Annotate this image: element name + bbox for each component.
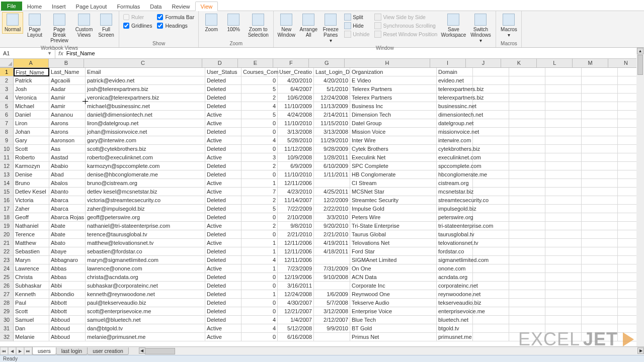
cell-J20[interactable] bbox=[473, 230, 509, 239]
cell-J31[interactable] bbox=[473, 324, 509, 333]
cell-L22[interactable] bbox=[545, 247, 582, 256]
cell-H15[interactable]: MCSNet Star bbox=[350, 188, 437, 196]
cell-I27[interactable]: reynwoodone.net bbox=[437, 290, 473, 299]
row-header-7[interactable]: 7 bbox=[0, 119, 14, 128]
cell-L29[interactable] bbox=[545, 307, 582, 316]
cell-F32[interactable]: 6/16/2008 bbox=[278, 333, 314, 341]
cell-D9[interactable]: Active bbox=[205, 136, 242, 145]
cell-A17[interactable]: Zaher bbox=[14, 205, 49, 213]
cell-I14[interactable]: cistream.org bbox=[437, 179, 473, 188]
cell-C32[interactable]: melanie@primusnet.me bbox=[86, 333, 205, 341]
cell-G10[interactable]: 9/28/2009 bbox=[314, 145, 350, 153]
cell-B14[interactable]: Abalos bbox=[49, 179, 86, 188]
cell-B9[interactable]: Aaronson bbox=[49, 136, 86, 145]
cell-M27[interactable] bbox=[582, 290, 618, 299]
cell-A8[interactable]: Johan bbox=[14, 128, 49, 136]
cell-F1[interactable]: User_Creatio bbox=[278, 68, 314, 76]
cell-K10[interactable] bbox=[509, 145, 545, 153]
cell-J32[interactable] bbox=[473, 333, 509, 341]
row-header-32[interactable]: 32 bbox=[0, 333, 14, 341]
cell-J9[interactable] bbox=[473, 136, 509, 145]
cell-E29[interactable]: 0 bbox=[242, 307, 278, 316]
cell-I11[interactable]: execulinknet.com bbox=[437, 153, 473, 162]
cell-M5[interactable] bbox=[582, 102, 618, 111]
row-header-3[interactable]: 3 bbox=[0, 85, 14, 94]
sheet-tab-last-login[interactable]: last login bbox=[56, 347, 88, 355]
cell-E21[interactable]: 1 bbox=[242, 239, 278, 247]
cell-M30[interactable] bbox=[582, 316, 618, 324]
cell-F25[interactable]: 12/19/2006 bbox=[278, 273, 314, 282]
row-header-4[interactable]: 4 bbox=[0, 94, 14, 102]
cell-E23[interactable]: 4 bbox=[242, 256, 278, 264]
cell-D16[interactable]: Deleted bbox=[205, 196, 242, 205]
cell-D20[interactable]: Deleted bbox=[205, 230, 242, 239]
cell-F10[interactable]: 11/12/2008 bbox=[278, 145, 314, 153]
cell-G24[interactable]: 7/31/2009 bbox=[314, 264, 350, 273]
cell-H2[interactable]: E Video bbox=[350, 76, 437, 85]
cell-I3[interactable]: telerexpartners.biz bbox=[437, 85, 473, 94]
cell-D15[interactable]: Active bbox=[205, 188, 242, 196]
cell-G30[interactable]: 2/12/2007 bbox=[314, 316, 350, 324]
cell-G27[interactable]: 1/6/2009 bbox=[314, 290, 350, 299]
cell-D14[interactable]: Active bbox=[205, 179, 242, 188]
cell-G13[interactable]: 1/11/2011 bbox=[314, 170, 350, 179]
cell-M10[interactable] bbox=[582, 145, 618, 153]
cell-I16[interactable]: streamtecsecurity.co bbox=[437, 196, 473, 205]
cell-E2[interactable]: 0 bbox=[242, 76, 278, 85]
cell-C27[interactable]: kenneth@reynwoodone.net bbox=[86, 290, 205, 299]
cell-F4[interactable]: 10/6/2008 bbox=[278, 94, 314, 102]
cell-C28[interactable]: paul@tekserveaudio.biz bbox=[86, 299, 205, 307]
cell-M6[interactable] bbox=[582, 111, 618, 119]
cell-B20[interactable]: Abate bbox=[49, 230, 86, 239]
cell-A24[interactable]: Lawrence bbox=[14, 264, 49, 273]
row-header-19[interactable]: 19 bbox=[0, 222, 14, 230]
column-header-B[interactable]: B bbox=[49, 59, 85, 67]
cell-D22[interactable]: Deleted bbox=[205, 247, 242, 256]
cell-L18[interactable] bbox=[545, 213, 582, 222]
cell-L23[interactable] bbox=[545, 256, 582, 264]
column-header-D[interactable]: D bbox=[202, 59, 238, 67]
row-header-10[interactable]: 10 bbox=[0, 145, 14, 153]
cell-J18[interactable] bbox=[473, 213, 509, 222]
cell-C9[interactable]: gary@interwire.com bbox=[86, 136, 205, 145]
cell-F11[interactable]: 10/9/2008 bbox=[278, 153, 314, 162]
cell-G5[interactable]: 11/13/2009 bbox=[314, 102, 350, 111]
cell-J15[interactable] bbox=[473, 188, 509, 196]
cell-L6[interactable] bbox=[545, 111, 582, 119]
tab-insert[interactable]: Insert bbox=[47, 2, 71, 11]
cell-C5[interactable]: michael@businessinc.net bbox=[86, 102, 205, 111]
cell-I1[interactable]: Domain bbox=[437, 68, 473, 76]
cell-I9[interactable]: interwire.com bbox=[437, 136, 473, 145]
cell-K22[interactable] bbox=[509, 247, 545, 256]
cell-M9[interactable] bbox=[582, 136, 618, 145]
cell-L24[interactable] bbox=[545, 264, 582, 273]
cell-A9[interactable]: Gary bbox=[14, 136, 49, 145]
cell-A16[interactable]: Victoria bbox=[14, 196, 49, 205]
zoom-100-button[interactable]: 100% bbox=[223, 12, 244, 34]
cell-L1[interactable] bbox=[545, 68, 582, 76]
cell-B6[interactable]: Aananou bbox=[49, 111, 86, 119]
cell-L21[interactable] bbox=[545, 239, 582, 247]
cell-L30[interactable] bbox=[545, 316, 582, 324]
cell-D29[interactable]: Deleted bbox=[205, 307, 242, 316]
cell-F18[interactable]: 2/10/2008 bbox=[278, 213, 314, 222]
cell-E8[interactable]: 0 bbox=[242, 128, 278, 136]
row-header-12[interactable]: 12 bbox=[0, 162, 14, 170]
cell-A26[interactable]: Subhaskar bbox=[14, 282, 49, 290]
cell-C19[interactable]: nathaniel@tri-stateenterprise.com bbox=[86, 222, 205, 230]
cell-E18[interactable]: 0 bbox=[242, 213, 278, 222]
cell-E24[interactable]: 1 bbox=[242, 264, 278, 273]
cell-M15[interactable] bbox=[582, 188, 618, 196]
cell-L12[interactable] bbox=[545, 162, 582, 170]
cell-D19[interactable]: Active bbox=[205, 222, 242, 230]
cell-H24[interactable]: On One bbox=[350, 264, 437, 273]
hide-button[interactable]: Hide bbox=[344, 22, 369, 30]
cell-I18[interactable]: peterswire.org bbox=[437, 213, 473, 222]
column-header-E[interactable]: E bbox=[238, 59, 274, 67]
cell-B25[interactable]: Abbas bbox=[49, 273, 86, 282]
cell-B21[interactable]: Abato bbox=[49, 239, 86, 247]
cell-G29[interactable]: 3/12/2008 bbox=[314, 307, 350, 316]
column-header-C[interactable]: C bbox=[84, 59, 202, 67]
cell-H17[interactable]: Impulse Gold bbox=[350, 205, 437, 213]
cell-C7[interactable]: liron@datelgroup.net bbox=[86, 119, 205, 128]
